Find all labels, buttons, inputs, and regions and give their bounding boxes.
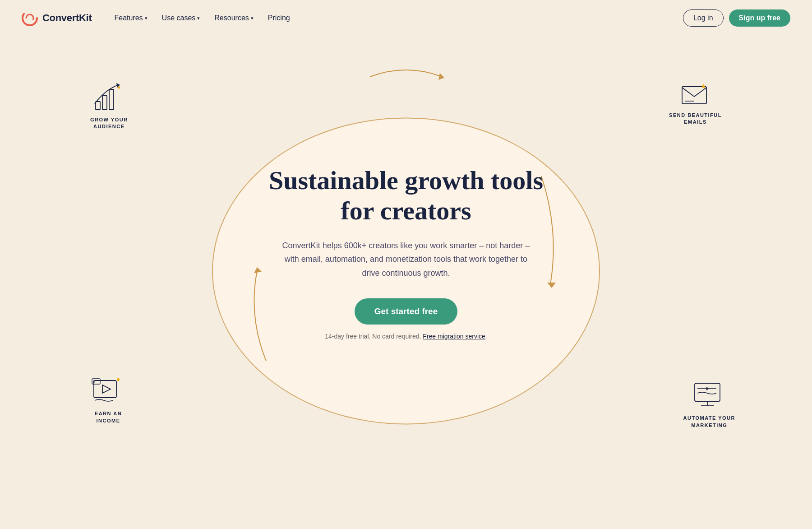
svg-marker-22: [706, 387, 709, 390]
hero-subtitle: ConvertKit helps 600k+ creators like you…: [280, 239, 532, 280]
grow-audience-illustration: [91, 81, 127, 113]
email-label: SEND BEAUTIFUL EMAILS: [669, 112, 722, 126]
svg-rect-7: [109, 89, 114, 110]
svg-point-17: [117, 378, 120, 381]
nav-links: Features ▾ Use cases ▾ Resources ▾ Prici…: [108, 10, 296, 26]
signup-button[interactable]: Sign up free: [729, 9, 790, 27]
grow-label: GROW YOUR AUDIENCE: [90, 116, 128, 130]
nav-left: ConvertKit Features ▾ Use cases ▾ Resour…: [22, 10, 296, 26]
nav-use-cases[interactable]: Use cases ▾: [156, 10, 207, 26]
svg-text:★: ★: [701, 83, 706, 90]
icon-grow-audience: GROW YOUR AUDIENCE: [90, 81, 128, 130]
logo[interactable]: ConvertKit: [22, 10, 92, 26]
cta-button[interactable]: Get started free: [355, 298, 457, 325]
logo-text: ConvertKit: [42, 12, 92, 24]
nav-resources[interactable]: Resources ▾: [208, 10, 259, 26]
email-illustration: ★: [680, 81, 711, 108]
earn-label: EARN AN INCOME: [90, 410, 126, 424]
migration-link[interactable]: Free migration service: [423, 333, 485, 340]
chevron-icon: ▾: [197, 15, 200, 21]
svg-text:$: $: [93, 380, 95, 384]
automate-illustration: [691, 380, 727, 411]
svg-rect-13: [94, 381, 116, 398]
chevron-icon: ▾: [145, 15, 148, 21]
svg-point-1: [26, 14, 33, 22]
logo-icon: [22, 10, 38, 26]
svg-rect-5: [96, 102, 100, 110]
svg-point-0: [23, 11, 37, 25]
icon-earn-income: $ EARN AN INCOME: [90, 375, 126, 424]
svg-marker-14: [102, 385, 111, 393]
svg-point-9: [118, 87, 120, 89]
automate-label: AUTOMATE YOUR MARKETING: [683, 415, 735, 429]
svg-rect-6: [102, 96, 107, 110]
nav-pricing[interactable]: Pricing: [262, 10, 296, 26]
navbar: ConvertKit Features ▾ Use cases ▾ Resour…: [0, 0, 812, 36]
hero-title: Sustainable growth tools for creators: [269, 166, 543, 226]
chevron-icon: ▾: [251, 15, 254, 21]
earn-income-illustration: $: [90, 375, 126, 407]
svg-rect-18: [695, 383, 720, 401]
trial-info: 14-day free trial. No card required. Fre…: [269, 333, 543, 340]
svg-marker-2: [438, 73, 444, 80]
nav-features[interactable]: Features ▾: [108, 10, 153, 26]
icon-send-emails: ★ SEND BEAUTIFUL EMAILS: [669, 81, 722, 126]
hero-section: GROW YOUR AUDIENCE ★ SEND BEAUTIFUL EMAI…: [0, 36, 812, 487]
login-button[interactable]: Log in: [683, 9, 724, 27]
hero-center-content: Sustainable growth tools for creators Co…: [260, 157, 552, 348]
nav-right: Log in Sign up free: [683, 9, 790, 27]
icon-automate-marketing: AUTOMATE YOUR MARKETING: [683, 380, 735, 429]
